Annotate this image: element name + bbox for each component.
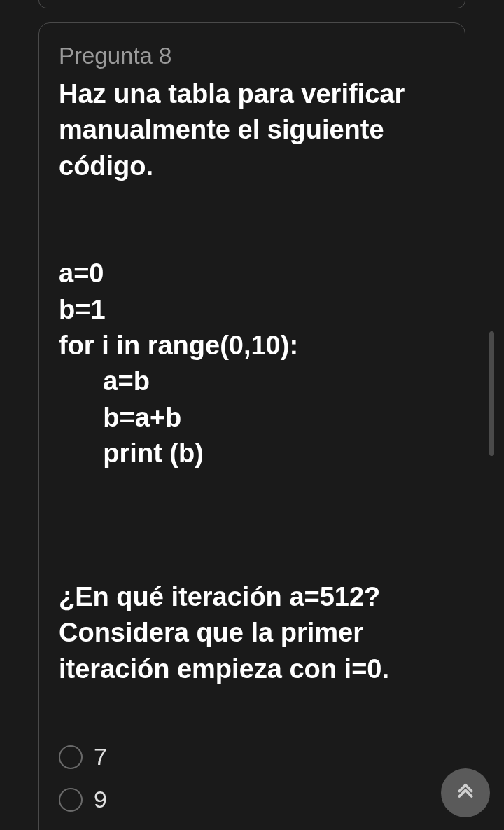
code-line: for i in range(0,10):: [59, 331, 298, 360]
previous-card-bottom: [38, 0, 465, 8]
radio-button[interactable]: [59, 745, 83, 769]
question-prompt: Haz una tabla para verificar manualmente…: [59, 76, 445, 687]
option-label: 9: [94, 786, 107, 813]
code-line: print (b): [59, 438, 204, 468]
scrollbar-track: [489, 0, 494, 830]
scrollbar-thumb[interactable]: [489, 331, 494, 456]
question-followup: ¿En qué iteración a=512? Considera que l…: [59, 582, 389, 684]
option-row[interactable]: 9: [59, 786, 445, 813]
code-line: a=0: [59, 258, 104, 288]
question-card: Pregunta 8 Haz una tabla para verificar …: [38, 22, 465, 830]
chevron-up-double-icon: [455, 782, 476, 803]
code-line: b=1: [59, 295, 106, 324]
option-row[interactable]: 7: [59, 743, 445, 770]
options-list: 7 9 8: [59, 743, 445, 830]
question-number-label: Pregunta 8: [59, 43, 445, 69]
content-area: Pregunta 8 Haz una tabla para verificar …: [0, 0, 504, 830]
question-intro: Haz una tabla para verificar manualmente…: [59, 79, 412, 181]
option-label: 7: [94, 743, 107, 770]
code-line: b=a+b: [59, 403, 181, 432]
radio-button[interactable]: [59, 788, 83, 812]
scroll-to-top-button[interactable]: [441, 768, 490, 817]
code-line: a=b: [59, 366, 150, 396]
